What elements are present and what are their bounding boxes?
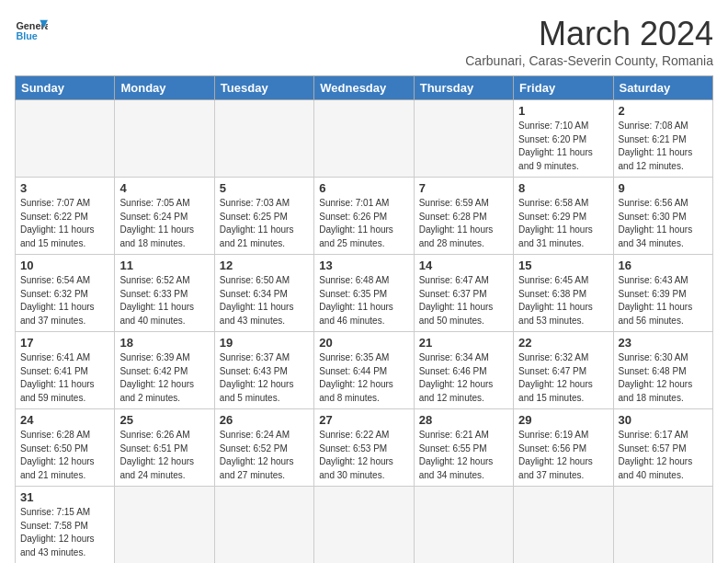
day-number: 10: [20, 259, 109, 272]
day-number: 20: [319, 336, 408, 350]
day-number: 11: [119, 259, 209, 272]
header-thursday: Thursday: [414, 76, 513, 100]
calendar-week-row: 1Sunrise: 7:10 AM Sunset: 6:20 PM Daylig…: [16, 100, 713, 178]
day-number: 9: [619, 181, 708, 195]
table-row: 25Sunrise: 6:26 AM Sunset: 6:51 PM Dayli…: [115, 409, 214, 487]
table-row: 8Sunrise: 6:58 AM Sunset: 6:29 PM Daylig…: [514, 178, 613, 255]
table-row: 6Sunrise: 7:01 AM Sunset: 6:26 PM Daylig…: [314, 178, 414, 255]
table-row: [414, 100, 513, 178]
day-info: Sunrise: 6:52 AM Sunset: 6:33 PM Dayligh…: [119, 274, 209, 327]
calendar-header-row: Sunday Monday Tuesday Wednesday Thursday…: [16, 76, 713, 100]
table-row: [16, 100, 115, 178]
day-info: Sunrise: 6:39 AM Sunset: 6:42 PM Dayligh…: [119, 351, 209, 405]
table-row: 20Sunrise: 6:35 AM Sunset: 6:44 PM Dayli…: [314, 332, 414, 409]
table-row: 13Sunrise: 6:48 AM Sunset: 6:35 PM Dayli…: [314, 255, 414, 332]
table-row: 5Sunrise: 7:03 AM Sunset: 6:25 PM Daylig…: [214, 178, 313, 255]
day-info: Sunrise: 7:07 AM Sunset: 6:22 PM Dayligh…: [20, 197, 109, 250]
day-number: 13: [319, 259, 408, 272]
table-row: 16Sunrise: 6:43 AM Sunset: 6:39 PM Dayli…: [613, 255, 712, 332]
header: General Blue March 2024 Carbunari, Caras…: [15, 15, 713, 68]
day-number: 26: [220, 413, 309, 427]
day-number: 22: [518, 336, 608, 350]
day-number: 6: [319, 181, 408, 195]
day-number: 27: [319, 413, 408, 427]
day-info: Sunrise: 6:59 AM Sunset: 6:28 PM Dayligh…: [419, 197, 508, 250]
day-info: Sunrise: 7:03 AM Sunset: 6:25 PM Dayligh…: [220, 197, 309, 250]
day-info: Sunrise: 6:19 AM Sunset: 6:56 PM Dayligh…: [518, 429, 608, 482]
day-info: Sunrise: 6:45 AM Sunset: 6:38 PM Dayligh…: [518, 274, 608, 327]
table-row: 9Sunrise: 6:56 AM Sunset: 6:30 PM Daylig…: [613, 178, 712, 255]
day-number: 12: [220, 259, 309, 272]
table-row: [115, 487, 214, 564]
day-info: Sunrise: 6:17 AM Sunset: 6:57 PM Dayligh…: [619, 429, 708, 482]
day-info: Sunrise: 6:54 AM Sunset: 6:32 PM Dayligh…: [20, 274, 109, 327]
day-number: 29: [518, 413, 608, 427]
table-row: 28Sunrise: 6:21 AM Sunset: 6:55 PM Dayli…: [414, 409, 513, 487]
table-row: 15Sunrise: 6:45 AM Sunset: 6:38 PM Dayli…: [514, 255, 613, 332]
table-row: 7Sunrise: 6:59 AM Sunset: 6:28 PM Daylig…: [414, 178, 513, 255]
header-friday: Friday: [514, 76, 613, 100]
logo-icon: General Blue: [15, 15, 48, 48]
day-number: 23: [619, 336, 708, 350]
day-info: Sunrise: 6:26 AM Sunset: 6:51 PM Dayligh…: [119, 429, 209, 482]
day-number: 28: [419, 413, 508, 427]
table-row: [613, 487, 712, 564]
day-number: 25: [119, 413, 209, 427]
day-info: Sunrise: 6:22 AM Sunset: 6:53 PM Dayligh…: [319, 429, 408, 482]
header-sunday: Sunday: [16, 76, 115, 100]
day-info: Sunrise: 7:10 AM Sunset: 6:20 PM Dayligh…: [518, 120, 608, 173]
day-info: Sunrise: 6:47 AM Sunset: 6:37 PM Dayligh…: [419, 274, 508, 327]
day-number: 4: [119, 181, 209, 195]
table-row: 26Sunrise: 6:24 AM Sunset: 6:52 PM Dayli…: [214, 409, 313, 487]
day-number: 14: [419, 259, 508, 272]
table-row: 23Sunrise: 6:30 AM Sunset: 6:48 PM Dayli…: [613, 332, 712, 409]
logo: General Blue: [15, 15, 48, 48]
table-row: 12Sunrise: 6:50 AM Sunset: 6:34 PM Dayli…: [214, 255, 313, 332]
day-number: 30: [619, 413, 708, 427]
day-number: 17: [20, 336, 109, 350]
day-number: 24: [20, 413, 109, 427]
table-row: [514, 487, 613, 564]
day-number: 31: [20, 490, 109, 504]
table-row: 1Sunrise: 7:10 AM Sunset: 6:20 PM Daylig…: [514, 100, 613, 178]
table-row: [414, 487, 513, 564]
day-info: Sunrise: 7:08 AM Sunset: 6:21 PM Dayligh…: [619, 120, 708, 173]
day-number: 3: [20, 181, 109, 195]
table-row: [314, 100, 414, 178]
day-number: 19: [220, 336, 309, 350]
table-row: 19Sunrise: 6:37 AM Sunset: 6:43 PM Dayli…: [214, 332, 313, 409]
table-row: [214, 487, 313, 564]
calendar-table: Sunday Monday Tuesday Wednesday Thursday…: [15, 75, 713, 563]
calendar-week-row: 17Sunrise: 6:41 AM Sunset: 6:41 PM Dayli…: [16, 332, 713, 409]
calendar-week-row: 24Sunrise: 6:28 AM Sunset: 6:50 PM Dayli…: [16, 409, 713, 487]
table-row: 4Sunrise: 7:05 AM Sunset: 6:24 PM Daylig…: [115, 178, 214, 255]
day-info: Sunrise: 6:48 AM Sunset: 6:35 PM Dayligh…: [319, 274, 408, 327]
table-row: 29Sunrise: 6:19 AM Sunset: 6:56 PM Dayli…: [514, 409, 613, 487]
day-info: Sunrise: 6:28 AM Sunset: 6:50 PM Dayligh…: [20, 429, 109, 482]
day-info: Sunrise: 6:41 AM Sunset: 6:41 PM Dayligh…: [20, 351, 109, 405]
day-info: Sunrise: 6:35 AM Sunset: 6:44 PM Dayligh…: [319, 351, 408, 405]
day-number: 15: [518, 259, 608, 272]
header-tuesday: Tuesday: [214, 76, 313, 100]
day-info: Sunrise: 6:50 AM Sunset: 6:34 PM Dayligh…: [220, 274, 309, 327]
calendar-week-row: 31Sunrise: 7:15 AM Sunset: 7:58 PM Dayli…: [16, 487, 713, 564]
table-row: 11Sunrise: 6:52 AM Sunset: 6:33 PM Dayli…: [115, 255, 214, 332]
day-info: Sunrise: 6:58 AM Sunset: 6:29 PM Dayligh…: [518, 197, 608, 250]
day-info: Sunrise: 7:15 AM Sunset: 7:58 PM Dayligh…: [20, 506, 109, 559]
table-row: 2Sunrise: 7:08 AM Sunset: 6:21 PM Daylig…: [613, 100, 712, 178]
day-info: Sunrise: 6:30 AM Sunset: 6:48 PM Dayligh…: [619, 351, 708, 405]
header-monday: Monday: [115, 76, 214, 100]
day-number: 7: [419, 181, 508, 195]
calendar-week-row: 10Sunrise: 6:54 AM Sunset: 6:32 PM Dayli…: [16, 255, 713, 332]
day-number: 1: [518, 104, 608, 118]
table-row: 31Sunrise: 7:15 AM Sunset: 7:58 PM Dayli…: [16, 487, 115, 564]
day-number: 16: [619, 259, 708, 272]
table-row: 22Sunrise: 6:32 AM Sunset: 6:47 PM Dayli…: [514, 332, 613, 409]
day-info: Sunrise: 6:43 AM Sunset: 6:39 PM Dayligh…: [619, 274, 708, 327]
day-info: Sunrise: 7:05 AM Sunset: 6:24 PM Dayligh…: [119, 197, 209, 250]
day-number: 21: [419, 336, 508, 350]
header-saturday: Saturday: [613, 76, 712, 100]
table-row: 30Sunrise: 6:17 AM Sunset: 6:57 PM Dayli…: [613, 409, 712, 487]
table-row: 27Sunrise: 6:22 AM Sunset: 6:53 PM Dayli…: [314, 409, 414, 487]
day-info: Sunrise: 6:32 AM Sunset: 6:47 PM Dayligh…: [518, 351, 608, 405]
